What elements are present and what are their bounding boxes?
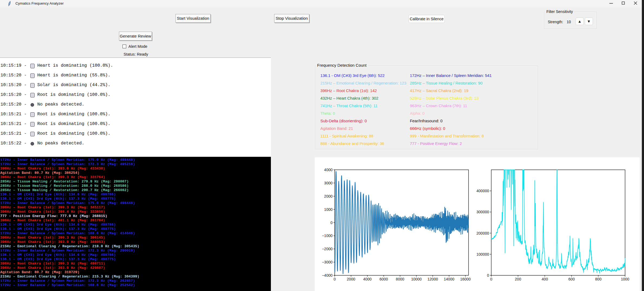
svg-text:0: 0 — [330, 221, 333, 225]
svg-text:−4000: −4000 — [322, 273, 333, 278]
svg-text:2000: 2000 — [324, 194, 333, 198]
svg-text:4000: 4000 — [324, 168, 333, 172]
svg-text:6000: 6000 — [380, 277, 388, 281]
svg-text:300000: 300000 — [476, 210, 489, 214]
svg-text:100000: 100000 — [476, 252, 489, 256]
svg-text:200000: 200000 — [476, 231, 489, 235]
svg-text:4000: 4000 — [363, 277, 371, 281]
svg-text:0: 0 — [490, 277, 492, 281]
svg-text:400: 400 — [542, 277, 548, 281]
svg-text:16000: 16000 — [460, 277, 471, 281]
svg-text:3000: 3000 — [324, 181, 333, 185]
svg-text:−1000: −1000 — [322, 234, 333, 238]
svg-text:10000: 10000 — [411, 277, 422, 281]
svg-text:1000: 1000 — [621, 277, 629, 281]
svg-text:1000: 1000 — [324, 207, 333, 212]
svg-text:14000: 14000 — [444, 277, 454, 281]
svg-text:600: 600 — [568, 277, 575, 281]
svg-text:2000: 2000 — [347, 277, 355, 281]
svg-text:8000: 8000 — [396, 277, 404, 281]
svg-text:200: 200 — [515, 277, 521, 281]
svg-text:0: 0 — [487, 273, 489, 278]
svg-text:0: 0 — [334, 277, 336, 281]
svg-text:−2000: −2000 — [322, 247, 333, 251]
svg-text:12000: 12000 — [427, 277, 438, 281]
svg-text:400000: 400000 — [476, 189, 489, 193]
svg-text:800: 800 — [595, 277, 602, 281]
svg-text:−3000: −3000 — [322, 260, 333, 264]
